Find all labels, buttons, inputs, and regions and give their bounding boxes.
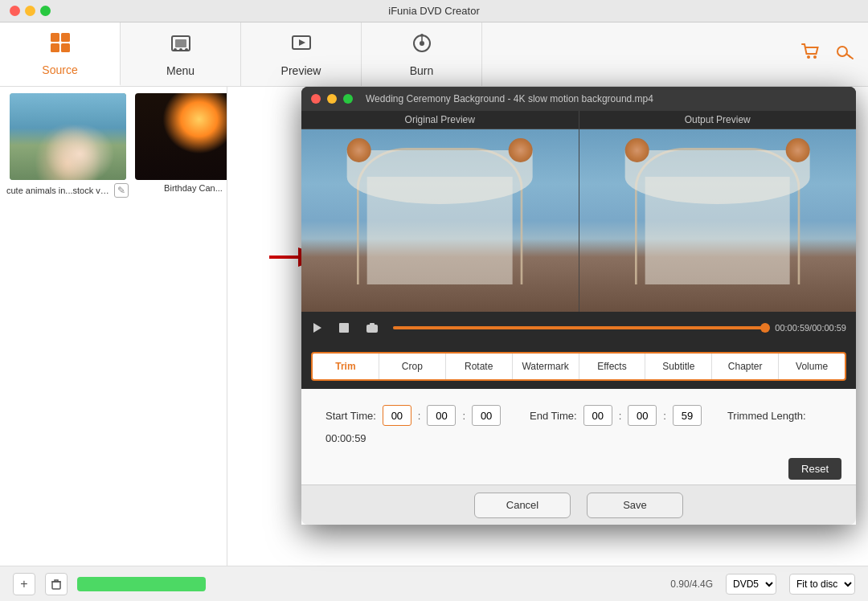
modal-close-button[interactable] bbox=[311, 94, 321, 104]
arch-flowers-left-output bbox=[624, 138, 649, 162]
close-button[interactable] bbox=[10, 6, 20, 16]
edit-tab-subtitle[interactable]: Subtitle bbox=[645, 354, 712, 379]
arch-frame bbox=[357, 148, 523, 284]
video-label-1: cute animals in...stock video.mp4 bbox=[6, 186, 111, 195]
edit-tab-effects[interactable]: Effects bbox=[579, 354, 646, 379]
edit-tab-volume[interactable]: Volume bbox=[779, 354, 845, 379]
svg-rect-25 bbox=[52, 582, 60, 589]
window-controls[interactable] bbox=[10, 6, 51, 16]
svg-point-12 bbox=[420, 41, 424, 46]
nav-tabs: Source Menu Preview bbox=[0, 22, 868, 87]
modal-bottom-buttons: Cancel Save bbox=[301, 484, 856, 525]
cart-icon[interactable] bbox=[800, 42, 821, 67]
preview-area: Original Preview Output Preview bbox=[301, 111, 856, 312]
wedding-scene-output bbox=[579, 129, 857, 312]
video-thumb-2 bbox=[135, 93, 227, 180]
arch-cloth bbox=[367, 177, 513, 284]
end-sec-input[interactable] bbox=[673, 405, 702, 426]
titlebar: iFunia DVD Creator bbox=[0, 0, 868, 22]
start-min-input[interactable] bbox=[427, 405, 456, 426]
output-preview-header: Output Preview bbox=[579, 111, 857, 129]
tab-menu[interactable]: Menu bbox=[121, 22, 241, 86]
reset-button[interactable]: Reset bbox=[788, 458, 841, 480]
preview-label: Preview bbox=[281, 64, 321, 77]
tab-source[interactable]: Source bbox=[0, 22, 121, 86]
video-label-2: Birthday Can... bbox=[164, 183, 223, 193]
wedding-scene-original bbox=[301, 129, 579, 312]
stop-button[interactable] bbox=[338, 319, 356, 337]
edit-tab-rotate[interactable]: Rotate bbox=[446, 354, 513, 379]
modal-titlebar: Wedding Ceremony Background - 4K slow mo… bbox=[301, 87, 856, 111]
status-info: 0.90/4.4G DVD5 DVD9 Fit to disc Fill dis… bbox=[670, 574, 855, 595]
modal-minimize-button[interactable] bbox=[327, 94, 337, 104]
output-preview-pane: Output Preview bbox=[579, 111, 857, 312]
svg-rect-0 bbox=[51, 33, 59, 42]
edit-icon-1[interactable]: ✎ bbox=[114, 183, 129, 198]
svg-rect-3 bbox=[61, 43, 70, 52]
svg-point-13 bbox=[420, 34, 424, 37]
storage-progress-bar bbox=[77, 577, 206, 591]
menu-label: Menu bbox=[166, 64, 194, 77]
burn-label: Burn bbox=[410, 64, 434, 77]
start-time-label: Start Time: bbox=[326, 410, 376, 422]
delete-button[interactable] bbox=[45, 573, 68, 595]
save-button[interactable]: Save bbox=[587, 493, 683, 518]
key-icon[interactable] bbox=[834, 42, 855, 67]
original-preview-pane: Original Preview bbox=[301, 111, 579, 312]
time-display: 00:00:59/00:00:59 bbox=[775, 323, 846, 333]
video-thumb-1 bbox=[10, 93, 126, 180]
trimmed-length-label: Trimmed Length: bbox=[727, 410, 806, 422]
add-button[interactable]: + bbox=[13, 573, 35, 595]
source-panel: cute animals in...stock video.mp4 ✎ Birt… bbox=[0, 87, 227, 566]
minimize-button[interactable] bbox=[25, 6, 35, 16]
start-hour-input[interactable] bbox=[383, 405, 411, 426]
svg-point-17 bbox=[837, 47, 847, 56]
screenshot-button[interactable] bbox=[366, 319, 383, 337]
play-button[interactable] bbox=[311, 319, 329, 337]
tab-preview[interactable]: Preview bbox=[241, 22, 362, 86]
video-label-row-2: Birthday Can... bbox=[164, 183, 223, 193]
dvd-format-select[interactable]: DVD5 DVD9 bbox=[726, 574, 776, 595]
menu-icon bbox=[170, 32, 192, 59]
svg-point-8 bbox=[185, 48, 188, 51]
trimmed-length-value: 00:00:59 bbox=[326, 432, 366, 444]
edit-tabs-bar: Trim Crop Rotate Watermark Effects Subti… bbox=[311, 352, 846, 381]
arch-flowers-right-output bbox=[786, 138, 810, 162]
svg-rect-24 bbox=[370, 323, 375, 325]
video-label-row-1: cute animals in...stock video.mp4 ✎ bbox=[6, 183, 129, 198]
sep-2: : bbox=[462, 410, 465, 422]
svg-marker-10 bbox=[299, 39, 305, 46]
svg-point-16 bbox=[813, 55, 817, 59]
maximize-button[interactable] bbox=[40, 6, 51, 16]
arch-flowers-left bbox=[347, 138, 371, 162]
edit-tab-watermark[interactable]: Watermark bbox=[513, 354, 579, 379]
progress-filled bbox=[393, 326, 765, 329]
edit-tab-chapter[interactable]: Chapter bbox=[712, 354, 779, 379]
burn-icon bbox=[411, 32, 433, 59]
original-preview-video bbox=[301, 129, 579, 312]
video-item-2[interactable]: Birthday Can... bbox=[135, 93, 227, 198]
edit-tab-crop[interactable]: Crop bbox=[379, 354, 446, 379]
video-item-1[interactable]: cute animals in...stock video.mp4 ✎ bbox=[6, 93, 129, 198]
edit-tab-trim[interactable]: Trim bbox=[313, 354, 379, 379]
sep-3: : bbox=[619, 410, 622, 422]
storage-info: 0.90/4.4G bbox=[670, 579, 713, 590]
svg-point-15 bbox=[807, 55, 810, 59]
end-hour-input[interactable] bbox=[583, 405, 612, 426]
tab-burn[interactable]: Burn bbox=[362, 22, 482, 86]
end-time-label: End Time: bbox=[530, 410, 577, 422]
end-min-input[interactable] bbox=[628, 405, 657, 426]
modal-dialog: Wedding Ceremony Background - 4K slow mo… bbox=[301, 87, 856, 525]
sep-4: : bbox=[663, 410, 666, 422]
modal-title: Wedding Ceremony Background - 4K slow mo… bbox=[366, 93, 653, 104]
progress-bar[interactable] bbox=[393, 326, 765, 329]
app-title: iFunia DVD Creator bbox=[388, 5, 479, 17]
cancel-button[interactable]: Cancel bbox=[474, 493, 571, 518]
svg-point-6 bbox=[174, 48, 177, 51]
start-sec-input[interactable] bbox=[472, 405, 501, 426]
modal-maximize-button[interactable] bbox=[343, 94, 353, 104]
fit-mode-select[interactable]: Fit to disc Fill disc Stretch bbox=[789, 574, 855, 595]
candle-scene bbox=[135, 93, 227, 180]
wedding-arch-original bbox=[357, 148, 523, 284]
trim-times: Start Time: : : End Time: : : Trimmed Le… bbox=[326, 405, 832, 444]
